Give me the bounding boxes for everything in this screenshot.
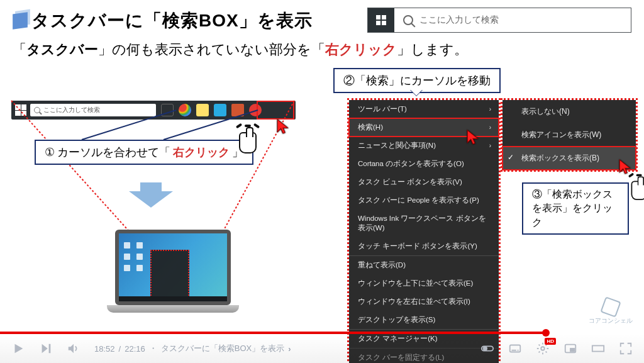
context-menu-item[interactable]: タッチ キーボード ボタンを表示(Y) [349, 237, 499, 255]
tap-gesture-icon [630, 177, 644, 201]
context-menu-item[interactable]: デスクトップを表示(S) [349, 311, 499, 329]
slide-title: タスクバーに「検索BOX」を表示 [31, 9, 313, 33]
search-placeholder: ここに入力して検索 [419, 14, 499, 26]
autoplay-toggle[interactable] [480, 342, 494, 355]
menu-item-label: Cortana のボタンを表示する(O) [358, 159, 464, 169]
callout-step-3: ③「検索ボックスを表示」をクリック [522, 182, 629, 235]
chevron-right-icon: › [489, 106, 491, 113]
chevron-right-icon: › [489, 142, 491, 149]
context-menu-item[interactable]: ウィンドウを上下に並べて表示(E) [349, 274, 499, 293]
search-icon [34, 107, 40, 113]
windows-start-icon [368, 8, 394, 32]
checkmark-icon: ✓ [508, 153, 514, 162]
cursor-arrow-icon [275, 118, 292, 135]
context-menu-item[interactable]: タスク ビュー ボタンを表示(V) [349, 173, 499, 191]
menu-item-label: デスクトップを表示(S) [358, 315, 435, 325]
chapter-title[interactable]: タスクバーに「検索BOX」を表示 [161, 343, 284, 354]
context-menu-item[interactable]: タスク バーに People を表示する(P) [349, 191, 499, 209]
context-menu-item[interactable]: 重ねて表示(D) [349, 255, 499, 274]
svg-rect-11 [570, 349, 574, 352]
cursor-arrow-icon [618, 159, 634, 175]
menu-item-label: Windows Ink ワークスペース ボタンを表示(W) [358, 214, 490, 233]
time-display: 18:52 / 22:16 ・ タスクバーに「検索BOX」を表示 › [94, 343, 291, 354]
submenu-item[interactable]: 検索アイコンを表示(W) [502, 123, 636, 147]
submenu-item[interactable]: 表示しない(N) [502, 100, 636, 123]
context-menu-item[interactable]: ウィンドウを左右に並べて表示(I) [349, 293, 499, 311]
watermark: コアコンシェル [589, 299, 633, 325]
laptop-illustration [107, 230, 239, 313]
chevron-right-icon[interactable]: › [288, 344, 291, 354]
menu-item-label: ツール バー(T) [358, 104, 407, 114]
subtitles-button[interactable] [508, 342, 522, 355]
submenu-item[interactable]: ✓検索ボックスを表示(B) [502, 147, 636, 170]
context-menu-item[interactable]: Cortana のボタンを表示する(O) [349, 155, 499, 173]
settings-button[interactable]: HD [536, 342, 550, 355]
down-arrow-icon [129, 182, 173, 208]
cursor-arrow-icon [465, 129, 482, 145]
play-button[interactable] [11, 342, 25, 355]
svg-point-9 [541, 347, 545, 350]
menu-item-label: タスク バーに People を表示する(P) [358, 196, 479, 205]
callout-step-2: ②「検索」にカーソルを移動 [333, 68, 501, 93]
menu-item-label: 表示しない(N) [521, 107, 570, 116]
menu-item-label: タッチ キーボード ボタンを表示(Y) [358, 242, 477, 251]
next-button[interactable] [39, 342, 53, 355]
windows-start-icon [15, 104, 26, 116]
taskbar-illustration: ここに入力して検索 [11, 101, 296, 120]
svg-point-5 [484, 347, 487, 350]
document-icon [13, 12, 28, 30]
menu-item-label: ニュースと関心事項(N) [358, 141, 436, 150]
callout-step-1: ① カーソルを合わせて「 右クリック 」 [35, 140, 253, 165]
hd-badge: HD [545, 338, 556, 345]
context-menu-item[interactable]: Windows Ink ワークスペース ボタンを表示(W) [349, 209, 499, 237]
fullscreen-button[interactable] [619, 342, 633, 355]
menu-item-label: 検索ボックスを表示(B) [521, 154, 599, 162]
svg-rect-6 [510, 345, 521, 352]
menu-item-label: タスク ビュー ボタンを表示(V) [358, 177, 462, 187]
example-search-box: ここに入力して検索 [367, 8, 631, 33]
svg-rect-12 [592, 345, 604, 351]
slide-subtitle: 「タスクバー」の何も表示されていない部分を「右クリック」します。 [0, 38, 644, 65]
menu-item-label: ウィンドウを左右に並べて表示(I) [358, 297, 470, 306]
menu-item-label: ウィンドウを上下に並べて表示(E) [358, 279, 473, 288]
search-icon [403, 15, 413, 25]
volume-button[interactable] [67, 342, 80, 355]
menu-item-label: 検索(H) [358, 123, 383, 132]
chevron-right-icon: › [489, 124, 491, 131]
miniplayer-button[interactable] [564, 342, 577, 355]
taskbar-search-box: ここに入力して検索 [30, 104, 156, 116]
video-player-bar: 18:52 / 22:16 ・ タスクバーに「検索BOX」を表示 › HD [0, 334, 644, 363]
menu-item-label: 重ねて表示(D) [358, 260, 406, 270]
tap-gesture-icon [238, 128, 259, 155]
context-menu-item[interactable]: ツール バー(T)› [349, 100, 499, 118]
theater-button[interactable] [591, 342, 605, 355]
menu-item-label: 検索アイコンを表示(W) [521, 130, 601, 139]
